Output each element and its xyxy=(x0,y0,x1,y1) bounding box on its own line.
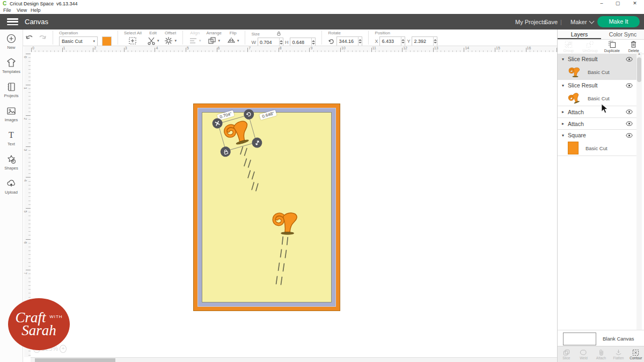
caret-expanded-icon[interactable]: ▾ xyxy=(562,133,568,138)
tab-color-sync[interactable]: Color Sync xyxy=(601,29,644,39)
ruler-number: 11 xyxy=(372,46,376,50)
menu-help[interactable]: Help xyxy=(31,8,41,13)
make-it-button[interactable]: Make It xyxy=(597,16,640,27)
layer-group-square[interactable]: ▾Square Basic Cut xyxy=(558,130,638,156)
caret-down-icon[interactable]: ▾ xyxy=(157,39,159,43)
scroll-up-icon[interactable]: ▲ xyxy=(636,52,642,55)
attach-button[interactable]: Attach xyxy=(592,346,610,362)
duplicate-icon xyxy=(608,40,616,48)
layer-row[interactable]: Basic Cut xyxy=(558,141,638,156)
machine-selector[interactable]: Maker xyxy=(570,19,594,25)
sidebar-item-images[interactable]: Images xyxy=(0,102,23,126)
sidebar-item-projects[interactable]: Projects xyxy=(0,78,23,102)
layer-row-attach-2[interactable]: ▸Attach xyxy=(558,118,638,130)
layer-row[interactable]: Basic Cut xyxy=(558,91,638,106)
caret-collapsed-icon[interactable]: ▸ xyxy=(562,121,568,126)
layer-row[interactable]: Basic Cut xyxy=(558,64,638,79)
delete-button[interactable]: Delete xyxy=(623,39,644,54)
layer-row-attach-1[interactable]: ▸Attach xyxy=(558,106,638,118)
chevron-down-icon xyxy=(589,19,594,24)
hamburger-menu-icon[interactable] xyxy=(7,18,18,25)
caret-down-icon[interactable]: ▾ xyxy=(237,39,239,43)
redo-icon[interactable] xyxy=(38,33,47,42)
y-position-input[interactable] xyxy=(412,36,437,46)
design-canvas[interactable]: 0.704" 0.648" xyxy=(31,52,557,357)
templates-icon xyxy=(6,57,17,68)
svg-text:T: T xyxy=(9,130,14,139)
projects-icon xyxy=(6,82,17,92)
x-position-input[interactable] xyxy=(379,36,405,46)
undo-icon[interactable] xyxy=(25,33,34,42)
sidebar-item-shapes[interactable]: Shapes xyxy=(0,150,23,174)
blank-canvas-swatch[interactable] xyxy=(563,333,596,345)
caret-down-icon[interactable]: ▾ xyxy=(218,39,220,43)
header-divider: | xyxy=(560,19,562,25)
group-button[interactable]: Group xyxy=(558,39,580,54)
y-stepper[interactable] xyxy=(433,37,437,46)
zoom-in-icon[interactable]: + xyxy=(60,345,67,353)
my-projects-link[interactable]: My Projects xyxy=(515,19,546,25)
flip-icon[interactable] xyxy=(227,36,236,45)
offset-icon[interactable] xyxy=(164,36,173,45)
menu-view[interactable]: View xyxy=(17,8,27,13)
align-icon[interactable] xyxy=(189,36,197,45)
ungroup-button[interactable]: UnGroup xyxy=(580,39,602,54)
scrollbar-thumb[interactable] xyxy=(35,358,115,362)
ruler-number: 2 xyxy=(24,118,27,120)
caret-expanded-icon[interactable]: ▾ xyxy=(562,83,568,88)
app-title: Cricut Design Space xyxy=(10,1,54,6)
close-icon[interactable]: ✕ xyxy=(629,1,641,6)
menu-file[interactable]: File xyxy=(3,8,11,13)
horizontal-scrollbar[interactable] xyxy=(31,357,557,362)
title-bar: C Cricut Design Space v6.13.344 – ▢ ✕ xyxy=(0,0,644,7)
layer-group-slice-result-2[interactable]: ▾Slice Result Basic Cut xyxy=(558,80,638,106)
edit-toolbar: Operation Basic Cut▾ Select All Edit ▾ O… xyxy=(23,29,557,46)
operation-select[interactable]: Basic Cut▾ xyxy=(59,36,98,46)
layer-group-slice-result-1[interactable]: ▾Slice Result Basic Cut xyxy=(558,54,638,80)
maximize-icon[interactable]: ▢ xyxy=(612,1,624,6)
align-label: Align xyxy=(190,31,200,35)
visibility-eye-icon[interactable] xyxy=(626,57,633,62)
caret-down-icon[interactable]: ▾ xyxy=(174,39,177,43)
blank-canvas-row[interactable]: Blank Canvas xyxy=(558,330,644,346)
card-paper-layer xyxy=(202,112,332,302)
scrollbar-thumb[interactable] xyxy=(637,57,641,82)
card-project-artwork[interactable] xyxy=(193,104,340,311)
square-thumbnail xyxy=(568,142,579,154)
lock-aspect-icon[interactable] xyxy=(276,31,282,36)
edit-scissors-icon[interactable] xyxy=(147,36,156,45)
slice-button[interactable]: Slice xyxy=(558,346,575,362)
sidebar-item-new[interactable]: New xyxy=(0,29,23,54)
color-swatch[interactable] xyxy=(102,36,112,46)
contour-button[interactable]: Contour xyxy=(627,346,644,362)
rotate-stepper[interactable] xyxy=(358,37,362,46)
arrange-icon[interactable] xyxy=(208,36,216,45)
width-label: W xyxy=(251,40,256,45)
caret-collapsed-icon[interactable]: ▸ xyxy=(562,109,568,114)
sidebar-item-text[interactable]: T Text xyxy=(0,126,23,150)
save-link[interactable]: Save xyxy=(544,19,558,25)
ruler-number: 3 xyxy=(125,46,127,50)
panel-scrollbar[interactable]: ▲ ▼ xyxy=(636,52,642,347)
rotate-input[interactable] xyxy=(336,36,362,46)
x-stepper[interactable] xyxy=(401,37,405,46)
weld-button[interactable]: Weld xyxy=(575,346,592,362)
curl-shape[interactable] xyxy=(271,210,299,236)
visibility-eye-icon[interactable] xyxy=(626,121,633,126)
visibility-eye-icon[interactable] xyxy=(626,133,633,138)
visibility-eye-icon[interactable] xyxy=(626,109,633,114)
duplicate-button[interactable]: Duplicate xyxy=(601,39,623,54)
sidebar-item-templates[interactable]: Templates xyxy=(0,54,23,78)
caret-expanded-icon[interactable]: ▾ xyxy=(562,57,568,62)
flatten-button[interactable]: Flatten xyxy=(610,346,627,362)
shapes-icon xyxy=(6,154,17,165)
sidebar-item-upload[interactable]: Upload xyxy=(0,174,23,198)
minimize-icon[interactable]: – xyxy=(596,1,608,6)
arrange-label: Arrange xyxy=(206,31,221,35)
visibility-eye-icon[interactable] xyxy=(626,83,633,88)
tab-layers[interactable]: Layers xyxy=(558,29,601,39)
caret-down-icon: ▾ xyxy=(93,39,95,43)
panel-tabs: Layers Color Sync xyxy=(558,29,644,40)
select-all-icon[interactable] xyxy=(128,36,137,45)
ruler-number: 8 xyxy=(280,46,282,50)
